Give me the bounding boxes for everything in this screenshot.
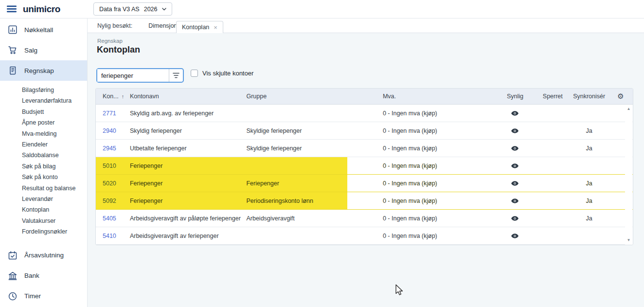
accounts-table: Kon...↑ Kontonavn Gruppe Mva. Synlig Spe… [95, 88, 633, 245]
eye-icon [511, 146, 519, 151]
visible-cell[interactable] [495, 198, 536, 204]
bank-icon [8, 271, 18, 280]
column-header-mva[interactable]: Mva. [383, 93, 495, 100]
vat-cell: 0 - Ingen mva (kjøp) [383, 233, 495, 239]
breadcrumb: Regnskap [97, 38, 123, 44]
recent-label: Nylig besøkt: [97, 22, 132, 29]
table-row[interactable]: 5010 Feriepenger 0 - Ingen mva (kjøp) [96, 157, 633, 175]
sidebar-subitem-13[interactable]: Fordelingsnøkler [22, 226, 87, 237]
gear-icon: ⚙ [617, 92, 624, 100]
column-header-synlig[interactable]: Synlig [495, 93, 536, 100]
account-number-link[interactable]: 5010 [103, 163, 116, 169]
table-row[interactable]: 2771 Skyldig arb.avg. av feriepenger 0 -… [96, 105, 633, 122]
vat-cell: 0 - Ingen mva (kjøp) [383, 198, 495, 204]
scroll-up-icon[interactable]: ▲ [627, 107, 631, 111]
sidebar: Nøkkeltall Salg Regnskap BilagsføringLev [0, 18, 88, 307]
account-number-link[interactable]: 2940 [103, 127, 116, 134]
search-input[interactable] [97, 69, 169, 82]
sidebar-subitem-10[interactable]: Leverandør [22, 194, 87, 204]
close-icon[interactable]: × [214, 24, 217, 31]
table-scrollbar[interactable]: ▲ ▼ [625, 105, 632, 245]
sidebar-subitem-8[interactable]: Søk på konto [22, 172, 87, 182]
table-row[interactable]: 5092 Feriepenger Periodiseringskonto løn… [96, 192, 633, 210]
show-hidden-accounts: Vis skjulte kontoer [191, 70, 253, 77]
visible-cell[interactable] [495, 110, 536, 117]
filter-button[interactable] [169, 69, 183, 82]
eye-icon [511, 199, 519, 203]
account-number-link[interactable]: 5092 [103, 198, 116, 204]
sidebar-subitem-4[interactable]: Mva-melding [22, 128, 87, 139]
hamburger-menu-icon[interactable] [7, 5, 17, 13]
main-content: Nylig besøkt: Dimensjoner Kontoplan × Re… [88, 18, 644, 307]
column-header-konto[interactable]: Kon...↑ [96, 93, 130, 100]
sidebar-subitem-7[interactable]: Søk på bilag [22, 161, 87, 172]
eye-icon [511, 216, 519, 221]
sidebar-subitem-6[interactable]: Saldobalanse [22, 150, 87, 161]
table-row[interactable]: 5020 Feriepenger Feriepenger 0 - Ingen m… [96, 175, 633, 192]
sidebar-item-bank[interactable]: Bank [0, 266, 87, 286]
sync-cell: Ja [570, 127, 608, 134]
visible-cell[interactable] [495, 233, 536, 239]
sidebar-subitem-2[interactable]: Budsjett [22, 107, 87, 117]
company-year-selector[interactable]: Data fra V3 AS 2026 [93, 2, 172, 16]
vat-cell: 0 - Ingen mva (kjøp) [383, 127, 495, 134]
account-name-cell: Feriepenger [130, 198, 247, 204]
table-row[interactable]: 2945 Utbetalte feriepenger Skyldige feri… [96, 140, 633, 157]
eye-icon [511, 128, 519, 133]
sidebar-item-label: Bank [24, 272, 39, 279]
bar-chart-icon [8, 25, 18, 34]
sidebar-item-nokkeltall[interactable]: Nøkkeltall [0, 19, 87, 40]
table-row[interactable]: 5410 Arbeidsgiveravgift av feriepenger 0… [96, 227, 633, 245]
sidebar-item-label: Regnskap [24, 67, 54, 74]
account-number-link[interactable]: 5020 [103, 180, 116, 187]
sidebar-item-timer[interactable]: Timer [0, 286, 87, 307]
sidebar-subitem-3[interactable]: Åpne poster [22, 117, 87, 128]
account-name-cell: Skyldig arb.avg. av feriepenger [130, 110, 247, 117]
eye-icon [511, 234, 519, 238]
column-header-sperret[interactable]: Sperret [536, 93, 570, 100]
sidebar-subitem-12[interactable]: Valutakurser [22, 216, 87, 226]
sidebar-item-salg[interactable]: Salg [0, 40, 87, 60]
sidebar-subitem-9[interactable]: Resultat og balanse [22, 183, 87, 194]
show-hidden-checkbox[interactable] [191, 70, 198, 77]
visible-cell[interactable] [495, 163, 536, 169]
sidebar-subitem-0[interactable]: Bilagsføring [22, 85, 87, 95]
sidebar-subitem-11[interactable]: Kontoplan [22, 204, 87, 215]
table-settings-button[interactable]: ⚙ [608, 92, 633, 101]
column-header-kontonavn[interactable]: Kontonavn [130, 93, 247, 100]
vat-cell: 0 - Ingen mva (kjøp) [383, 110, 495, 117]
sidebar-item-label: Årsavslutning [24, 252, 64, 259]
table-body: 2771 Skyldig arb.avg. av feriepenger 0 -… [96, 105, 633, 245]
sort-asc-icon: ↑ [122, 93, 125, 99]
account-number-link[interactable]: 2945 [103, 145, 116, 152]
visible-cell[interactable] [495, 180, 536, 187]
account-group-cell: Feriepenger [246, 180, 382, 187]
account-number-link[interactable]: 2771 [103, 110, 116, 117]
page-title: Kontoplan [97, 45, 140, 55]
table-row[interactable]: 5405 Arbeidsgiveravgift av påløpte ferie… [96, 210, 633, 227]
account-number-link[interactable]: 5410 [103, 233, 116, 239]
account-search [96, 68, 184, 83]
app-logo: unimicro [23, 4, 60, 15]
sidebar-subitem-1[interactable]: Leverandørfaktura [22, 95, 87, 106]
company-year: 2026 [144, 6, 158, 13]
visible-cell[interactable] [495, 145, 536, 152]
account-name-cell: Arbeidsgiveravgift av påløpte feriepenge… [130, 215, 247, 222]
sidebar-subitem-5[interactable]: Eiendeler [22, 139, 87, 150]
account-name-cell: Arbeidsgiveravgift av feriepenger [130, 233, 247, 239]
sync-cell: Ja [570, 180, 608, 187]
table-row[interactable]: 2940 Skyldig feriepenger Skyldige feriep… [96, 122, 633, 140]
sidebar-item-regnskap[interactable]: Regnskap [0, 60, 87, 81]
column-header-gruppe[interactable]: Gruppe [246, 93, 382, 100]
visible-cell[interactable] [495, 215, 536, 222]
sidebar-item-arsavslutning[interactable]: Årsavslutning [0, 245, 87, 266]
tab-kontoplan[interactable]: Kontoplan × [176, 21, 223, 33]
calendar-check-icon [8, 251, 18, 260]
visible-cell[interactable] [495, 127, 536, 134]
scroll-down-icon[interactable]: ▼ [627, 238, 631, 242]
recent-tabs-bar: Nylig besøkt: Dimensjoner Kontoplan × [88, 18, 644, 33]
vat-cell: 0 - Ingen mva (kjøp) [383, 215, 495, 222]
account-number-link[interactable]: 5405 [103, 215, 116, 222]
vat-cell: 0 - Ingen mva (kjøp) [383, 180, 495, 187]
column-header-synkroniser[interactable]: Synkronisér [570, 93, 608, 100]
